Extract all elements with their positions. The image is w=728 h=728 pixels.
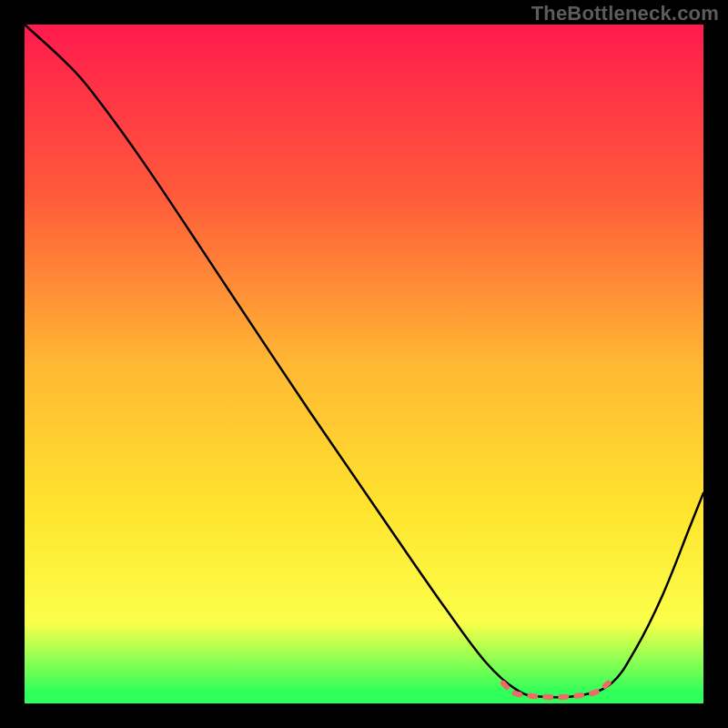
gradient-background (25, 25, 703, 703)
chart-frame: TheBottleneck.com (0, 0, 728, 728)
watermark-text: TheBottleneck.com (531, 2, 719, 25)
green-band (25, 690, 703, 703)
chart-svg (25, 25, 703, 703)
plot-area (25, 25, 703, 703)
